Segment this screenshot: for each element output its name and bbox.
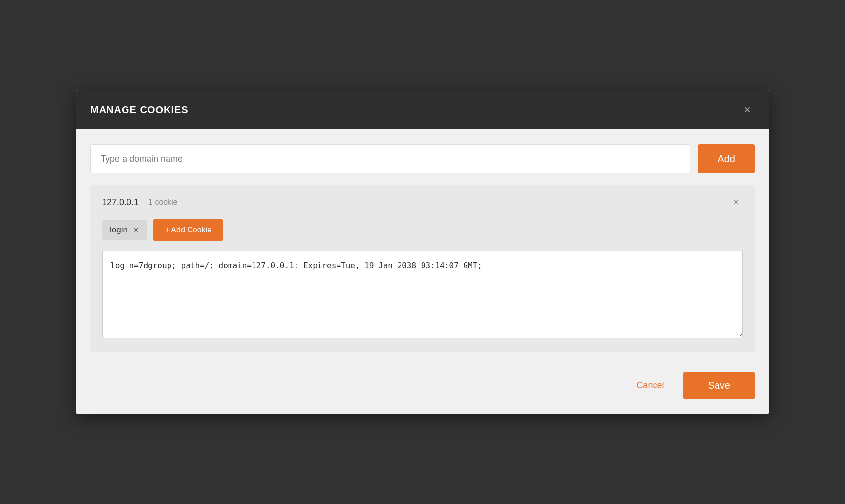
add-domain-button[interactable]: Add: [698, 144, 755, 173]
cookie-tag-remove-button[interactable]: ×: [132, 226, 140, 234]
save-button[interactable]: Save: [683, 372, 755, 399]
cookie-value-textarea[interactable]: [102, 251, 743, 338]
manage-cookies-modal: MANAGE COOKIES × Add 127.0.0.1 1 cookie …: [76, 90, 769, 414]
cookie-tag: login ×: [102, 220, 147, 240]
domain-section: 127.0.0.1 1 cookie × login × + Add Cooki…: [90, 185, 755, 352]
modal-overlay: MANAGE COOKIES × Add 127.0.0.1 1 cookie …: [0, 0, 845, 504]
modal-close-button[interactable]: ×: [740, 102, 755, 118]
cookies-row: login × + Add Cookie: [102, 219, 743, 241]
domain-section-header: 127.0.0.1 1 cookie ×: [102, 195, 743, 210]
modal-body: Add 127.0.0.1 1 cookie × login ×: [76, 129, 769, 362]
cookie-tag-name: login: [110, 225, 127, 235]
domain-input-row: Add: [90, 144, 755, 173]
domain-input[interactable]: [90, 144, 690, 173]
domain-name: 127.0.0.1: [102, 197, 139, 208]
cancel-button[interactable]: Cancel: [627, 375, 674, 397]
add-cookie-button[interactable]: + Add Cookie: [153, 219, 223, 241]
modal-footer: Cancel Save: [76, 362, 769, 414]
domain-info: 127.0.0.1 1 cookie: [102, 197, 178, 208]
modal-header: MANAGE COOKIES ×: [76, 90, 769, 129]
cookie-count: 1 cookie: [148, 198, 178, 207]
modal-title: MANAGE COOKIES: [90, 105, 189, 116]
domain-close-button[interactable]: ×: [729, 195, 743, 210]
